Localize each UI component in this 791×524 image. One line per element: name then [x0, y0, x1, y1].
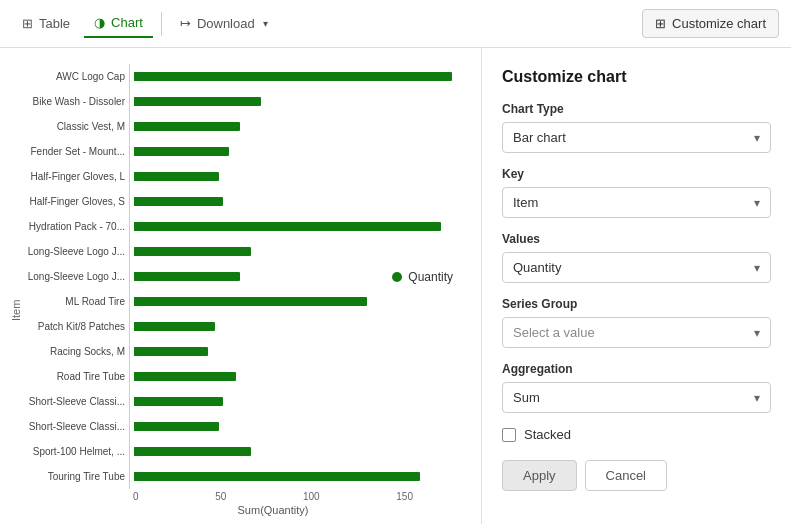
chart-type-value: Bar chart: [513, 130, 566, 145]
chart-type-dropdown[interactable]: Bar chart ▾: [502, 122, 771, 153]
chart-area: Item AWC Logo CapBike Wash - DissolerCla…: [0, 48, 481, 524]
apply-button[interactable]: Apply: [502, 460, 577, 491]
key-value: Item: [513, 195, 538, 210]
item-label: Short-Sleeve Classi...: [24, 421, 125, 433]
bar-row: [134, 146, 473, 158]
customize-chart-button[interactable]: ⊞ Customize chart: [642, 9, 779, 38]
chart-type-chevron-icon: ▾: [754, 131, 760, 145]
y-axis-label: Item: [8, 64, 24, 516]
cancel-button[interactable]: Cancel: [585, 460, 667, 491]
series-group-dropdown[interactable]: Select a value ▾: [502, 317, 771, 348]
item-label: Classic Vest, M: [24, 121, 125, 133]
bar: [134, 422, 219, 431]
bar: [134, 397, 223, 406]
x-tick: 150: [396, 491, 413, 502]
item-label: Half-Finger Gloves, S: [24, 196, 125, 208]
action-buttons: Apply Cancel: [502, 460, 771, 491]
item-labels: AWC Logo CapBike Wash - DissolerClassic …: [24, 64, 129, 489]
bar: [134, 447, 251, 456]
divider: [161, 12, 162, 36]
aggregation-dropdown[interactable]: Sum ▾: [502, 382, 771, 413]
customize-chart-label: Customize chart: [672, 16, 766, 31]
item-label: Patch Kit/8 Patches: [24, 321, 125, 333]
bar-row: [134, 196, 473, 208]
item-label: Long-Sleeve Logo J...: [24, 246, 125, 258]
bar: [134, 97, 261, 106]
bar: [134, 347, 208, 356]
item-label: Half-Finger Gloves, L: [24, 171, 125, 183]
bar-row: [134, 246, 473, 258]
values-chevron-icon: ▾: [754, 261, 760, 275]
bar-row: [134, 471, 473, 483]
panel-title: Customize chart: [502, 68, 771, 86]
x-tick: 50: [215, 491, 226, 502]
series-group-value: Select a value: [513, 325, 595, 340]
download-tab-label: Download: [197, 16, 255, 31]
chart-inner: AWC Logo CapBike Wash - DissolerClassic …: [24, 64, 473, 516]
bar-row: [134, 346, 473, 358]
values-value: Quantity: [513, 260, 561, 275]
legend-label: Quantity: [408, 270, 453, 284]
item-label: Hydration Pack - 70...: [24, 221, 125, 233]
bar: [134, 197, 223, 206]
bar-row: [134, 371, 473, 383]
key-label: Key: [502, 167, 771, 181]
bar-row: [134, 71, 473, 83]
bar: [134, 72, 452, 81]
aggregation-label: Aggregation: [502, 362, 771, 376]
table-icon: ⊞: [22, 16, 33, 31]
bar-row: [134, 421, 473, 433]
bar-row: [134, 221, 473, 233]
aggregation-value: Sum: [513, 390, 540, 405]
download-icon: ↦: [180, 16, 191, 31]
item-label: Short-Sleeve Classi...: [24, 396, 125, 408]
series-group-chevron-icon: ▾: [754, 326, 760, 340]
bar: [134, 472, 420, 481]
download-tab[interactable]: ↦ Download ▾: [170, 10, 278, 37]
toolbar: ⊞ Table ◑ Chart ↦ Download ▾ ⊞ Customize…: [0, 0, 791, 48]
bar-row: [134, 296, 473, 308]
key-dropdown[interactable]: Item ▾: [502, 187, 771, 218]
item-label: Bike Wash - Dissoler: [24, 96, 125, 108]
chart-icon: ◑: [94, 15, 105, 30]
chart-wrapper: Item AWC Logo CapBike Wash - DissolerCla…: [8, 64, 473, 516]
bar-row: [134, 396, 473, 408]
stacked-label: Stacked: [524, 427, 571, 442]
item-label: Long-Sleeve Logo J...: [24, 271, 125, 283]
customize-panel: Customize chart Chart Type Bar chart ▾ K…: [481, 48, 791, 524]
x-axis-label: Sum(Quantity): [133, 502, 473, 516]
bar-row: [134, 121, 473, 133]
key-chevron-icon: ▾: [754, 196, 760, 210]
aggregation-chevron-icon: ▾: [754, 391, 760, 405]
bars-region: Quantity: [129, 64, 473, 489]
values-dropdown[interactable]: Quantity ▾: [502, 252, 771, 283]
bar: [134, 247, 251, 256]
chart-type-label: Chart Type: [502, 102, 771, 116]
customize-icon: ⊞: [655, 16, 666, 31]
bar-row: [134, 96, 473, 108]
item-label: Sport-100 Helmet, ...: [24, 446, 125, 458]
chart-tab-label: Chart: [111, 15, 143, 30]
bar: [134, 222, 441, 231]
bar: [134, 147, 229, 156]
stacked-row: Stacked: [502, 427, 771, 442]
item-label: ML Road Tire: [24, 296, 125, 308]
legend-dot: [392, 272, 402, 282]
chart-tab[interactable]: ◑ Chart: [84, 9, 153, 38]
stacked-checkbox[interactable]: [502, 428, 516, 442]
bar-row: [134, 171, 473, 183]
bar: [134, 122, 240, 131]
table-tab-label: Table: [39, 16, 70, 31]
bar: [134, 172, 219, 181]
bar: [134, 322, 215, 331]
bar: [134, 297, 367, 306]
x-tick: 100: [303, 491, 320, 502]
item-label: Fender Set - Mount...: [24, 146, 125, 158]
main-content: Item AWC Logo CapBike Wash - DissolerCla…: [0, 48, 791, 524]
x-axis: 050100150 Sum(Quantity): [24, 489, 473, 516]
table-tab[interactable]: ⊞ Table: [12, 10, 80, 37]
values-label: Values: [502, 232, 771, 246]
item-label: AWC Logo Cap: [24, 71, 125, 83]
item-label: Touring Tire Tube: [24, 471, 125, 483]
bars-and-labels: AWC Logo CapBike Wash - DissolerClassic …: [24, 64, 473, 489]
